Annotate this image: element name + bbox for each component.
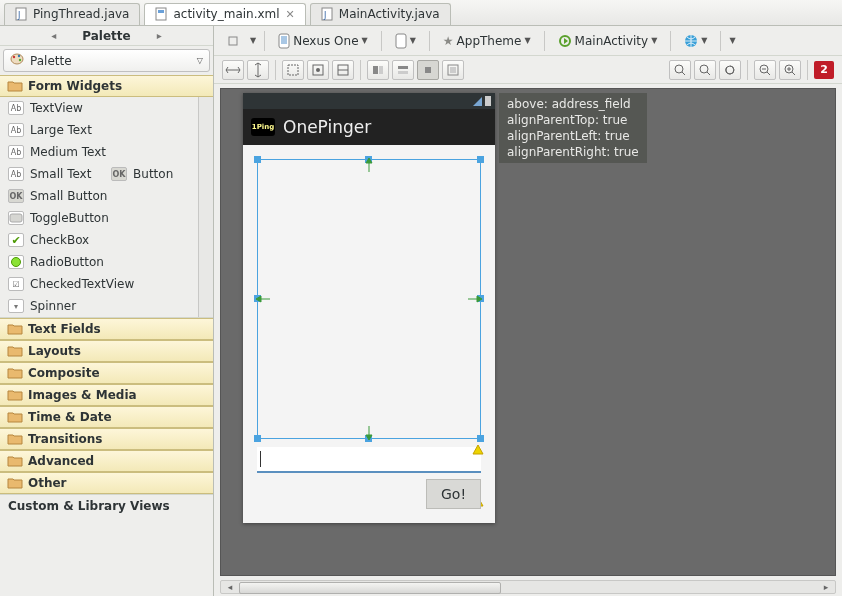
widget-checked-textview[interactable]: ☑CheckedTextView (0, 273, 213, 295)
device-preview[interactable]: 1Ping OnePinger (243, 93, 495, 523)
zoom-100-button[interactable] (694, 60, 716, 80)
close-icon[interactable]: ✕ (286, 8, 295, 21)
overflow-chevron-icon[interactable]: ▼ (729, 36, 735, 45)
zoom-fit-button[interactable] (669, 60, 691, 80)
theme-selector[interactable]: ★ AppTheme ▼ (438, 30, 536, 52)
svg-rect-24 (398, 66, 408, 69)
expand-v-button[interactable] (247, 60, 269, 80)
phone-content[interactable]: Go! (243, 145, 495, 523)
drawer-layouts[interactable]: Layouts (0, 340, 213, 362)
chevron-down-icon: ▽ (197, 56, 203, 65)
widget-medium-text[interactable]: AbMedium Text (0, 141, 213, 163)
drawer-label: Custom & Library Views (8, 499, 170, 513)
svg-rect-17 (288, 65, 298, 75)
separator (807, 60, 808, 80)
drawer-text-fields[interactable]: Text Fields (0, 318, 213, 340)
gravity-button[interactable] (307, 60, 329, 80)
device-selector[interactable]: Nexus One▼ (273, 30, 373, 52)
drawer-label: Layouts (28, 344, 81, 358)
widget-radio-button[interactable]: RadioButton (0, 251, 213, 273)
pin-button[interactable] (222, 30, 244, 52)
selected-view-outline[interactable] (257, 159, 481, 439)
radio-icon (8, 255, 24, 269)
separator (747, 60, 748, 80)
design-canvas[interactable]: 1Ping OnePinger (214, 84, 842, 596)
go-button[interactable]: Go! (426, 479, 481, 509)
widget-checkbox[interactable]: ✔CheckBox (0, 229, 213, 251)
svg-point-7 (13, 56, 15, 58)
tab-pingthread[interactable]: J PingThread.java (4, 3, 140, 25)
widget-small-text-button[interactable]: AbSmall Text OKButton (0, 163, 213, 185)
zoom-reset-button[interactable] (719, 60, 741, 80)
resize-handle-se[interactable] (477, 435, 484, 442)
drawer-transitions[interactable]: Transitions (0, 428, 213, 450)
toggle-icon (8, 211, 24, 225)
constraint-tooltip: above: address_field alignParentTop: tru… (499, 93, 647, 163)
widget-large-text[interactable]: AbLarge Text (0, 119, 213, 141)
scroll-right-icon[interactable]: ▸ (819, 581, 833, 593)
drawer-custom-library[interactable]: Custom & Library Views (0, 494, 213, 517)
horizontal-scrollbar[interactable]: ◂ ▸ (220, 580, 836, 594)
widget-label: Spinner (30, 299, 76, 313)
lint-badge[interactable]: 2 (814, 61, 834, 79)
widget-toggle-button[interactable]: ToggleButton (0, 207, 213, 229)
canvas-background: 1Ping OnePinger (220, 88, 836, 576)
drawer-form-widgets[interactable]: Form Widgets (0, 75, 213, 97)
palette-selector[interactable]: Palette ▽ (3, 49, 210, 72)
palette-title: Palette (82, 29, 130, 43)
palette-title-row: ◂ Palette ▸ (0, 26, 213, 46)
widget-label: Small Text (30, 167, 91, 181)
app-logo-icon: 1Ping (251, 118, 275, 136)
widget-spinner[interactable]: Spinner (0, 295, 213, 317)
align-button-3[interactable] (442, 60, 464, 80)
resize-handle-nw[interactable] (254, 156, 261, 163)
zoom-out-button[interactable] (754, 60, 776, 80)
widget-label: TextView (30, 101, 83, 115)
scrollbar-thumb[interactable] (200, 99, 212, 145)
drawer-time-date[interactable]: Time & Date (0, 406, 213, 428)
drawer-label: Images & Media (28, 388, 137, 402)
align-button-2[interactable] (392, 60, 414, 80)
widget-textview[interactable]: AbTextView (0, 97, 213, 119)
locale-selector[interactable]: ▼ (679, 30, 712, 52)
align-button-1[interactable] (367, 60, 389, 80)
activity-selector[interactable]: MainActivity ▼ (553, 30, 663, 52)
widget-label: Button (133, 167, 173, 181)
editor-tabs-bar: J PingThread.java activity_main.xml ✕ J … (0, 0, 842, 26)
widget-small-button[interactable]: OKSmall Button (0, 185, 213, 207)
tab-activity-main[interactable]: activity_main.xml ✕ (144, 3, 305, 25)
tab-label: activity_main.xml (173, 7, 279, 21)
drawer-other[interactable]: Other (0, 472, 213, 494)
orientation-selector[interactable]: ▼ (390, 30, 421, 52)
separator (264, 31, 265, 51)
chevron-down-icon[interactable]: ▼ (250, 36, 256, 45)
distribute-button[interactable] (332, 60, 354, 80)
drawer-label: Other (28, 476, 67, 490)
address-field[interactable] (257, 447, 481, 473)
drawer-composite[interactable]: Composite (0, 362, 213, 384)
margins-button[interactable] (282, 60, 304, 80)
status-bar (243, 93, 495, 109)
drawer-images-media[interactable]: Images & Media (0, 384, 213, 406)
theme-label: AppTheme (457, 34, 522, 48)
collapse-left-icon[interactable]: ◂ (51, 30, 56, 41)
center-button[interactable] (417, 60, 439, 80)
scroll-left-icon[interactable]: ◂ (223, 581, 237, 593)
widget-label: CheckBox (30, 233, 89, 247)
constraint-arrow-bottom (365, 426, 373, 440)
drawer-advanced[interactable]: Advanced (0, 450, 213, 472)
zoom-in-button[interactable] (779, 60, 801, 80)
resize-handle-sw[interactable] (254, 435, 261, 442)
resize-handle-ne[interactable] (477, 156, 484, 163)
folder-icon (8, 411, 22, 423)
tooltip-line: alignParentRight: true (507, 145, 639, 159)
folder-icon (8, 80, 22, 92)
text-icon: Ab (8, 145, 24, 159)
expand-h-button[interactable] (222, 60, 244, 80)
layout-editor-pane: ▼ Nexus One▼ ▼ ★ AppTheme ▼ (214, 26, 842, 596)
svg-line-30 (682, 72, 685, 75)
collapse-right-icon[interactable]: ▸ (157, 30, 162, 41)
tab-mainactivity[interactable]: J MainActivity.java (310, 3, 451, 25)
widget-label: CheckedTextView (30, 277, 134, 291)
palette-pane: ◂ Palette ▸ Palette ▽ Form Widgets (0, 26, 214, 596)
